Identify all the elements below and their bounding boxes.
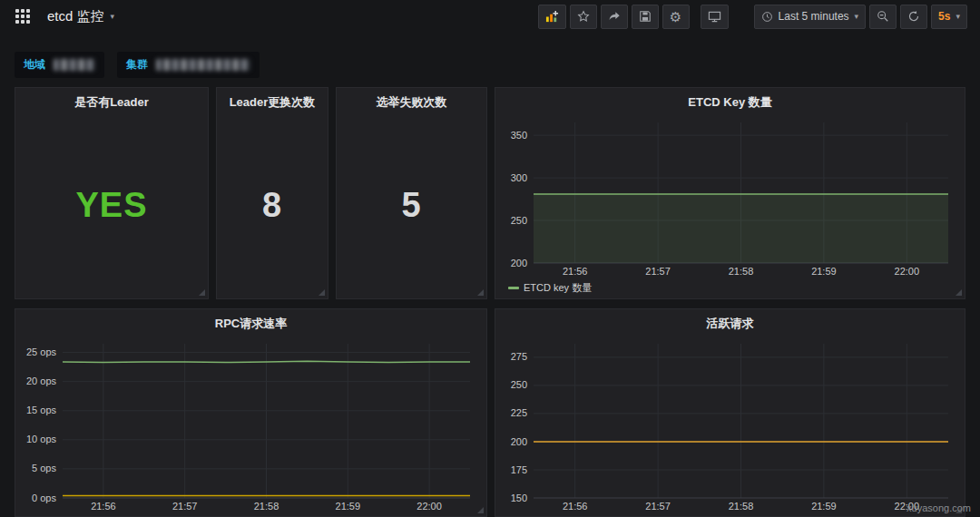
svg-text:250: 250 xyxy=(511,379,527,390)
panel-active-requests: 活跃请求 21:5621:5721:5821:5922:001501752002… xyxy=(495,308,965,517)
zoom-out-icon xyxy=(877,10,889,23)
save-icon xyxy=(639,10,652,23)
time-range-picker[interactable]: Last 5 minutes ▾ xyxy=(754,5,867,29)
share-icon xyxy=(608,10,621,23)
svg-text:20 ops: 20 ops xyxy=(26,376,57,386)
legend-label: ETCD key 数量 xyxy=(524,281,592,295)
svg-text:21:56: 21:56 xyxy=(91,501,116,512)
cycle-view-button[interactable] xyxy=(701,5,729,29)
svg-text:21:58: 21:58 xyxy=(729,266,754,277)
svg-text:15 ops: 15 ops xyxy=(26,405,57,415)
stat-value-leader: YES xyxy=(15,112,208,298)
chart-area: 21:5621:5721:5821:5922:00200250300350 ET… xyxy=(495,112,965,298)
template-variables: 地域 集群 xyxy=(15,52,260,78)
active-requests-chart[interactable]: 21:5621:5721:5821:5922:00150175200225250… xyxy=(499,337,959,514)
variable-cluster-value-redacted[interactable] xyxy=(156,59,250,71)
chart-area: 21:5621:5721:5821:5922:000 ops5 ops10 op… xyxy=(15,334,486,516)
caret-down-icon: ▾ xyxy=(956,13,960,21)
refresh-interval-label: 5s xyxy=(938,10,950,23)
refresh-icon xyxy=(907,10,920,23)
time-range-label: Last 5 minutes xyxy=(779,10,849,23)
panel-title[interactable]: 是否有Leader xyxy=(15,88,208,112)
legend-entry[interactable]: ETCD key 数量 xyxy=(508,281,592,295)
svg-text:25 ops: 25 ops xyxy=(26,346,57,357)
panel-etcd-key-count: ETCD Key 数量 21:5621:5721:5821:5922:00200… xyxy=(495,87,965,299)
zoom-out-button[interactable] xyxy=(869,5,897,29)
clock-icon xyxy=(761,11,773,23)
svg-text:22:00: 22:00 xyxy=(895,266,920,277)
rpc-rate-chart[interactable]: 21:5621:5721:5821:5922:000 ops5 ops10 op… xyxy=(19,337,481,514)
variable-cluster-label: 集群 xyxy=(126,57,148,73)
svg-text:175: 175 xyxy=(511,464,527,475)
svg-text:350: 350 xyxy=(511,130,527,141)
svg-text:300: 300 xyxy=(511,172,527,183)
svg-text:21:57: 21:57 xyxy=(172,501,198,512)
panel-election-failures: 选举失败次数 5 xyxy=(336,87,487,299)
svg-text:275: 275 xyxy=(511,351,527,362)
svg-text:200: 200 xyxy=(511,258,527,268)
svg-text:21:59: 21:59 xyxy=(336,501,361,512)
dashboard-title-text: etcd 监控 xyxy=(47,8,104,25)
svg-text:22:00: 22:00 xyxy=(416,501,442,512)
variable-region-value-redacted[interactable] xyxy=(54,59,95,71)
panel-leader-changes: Leader更换次数 8 xyxy=(216,87,328,299)
add-panel-icon xyxy=(545,10,559,24)
svg-text:21:59: 21:59 xyxy=(811,266,837,277)
svg-text:225: 225 xyxy=(511,407,527,418)
svg-text:21:58: 21:58 xyxy=(254,501,279,512)
panel-title[interactable]: 选举失败次数 xyxy=(337,88,486,112)
panel-title[interactable]: RPC请求速率 xyxy=(15,309,486,334)
stat-value-leader-changes: 8 xyxy=(217,112,328,298)
panel-title[interactable]: Leader更换次数 xyxy=(217,88,328,112)
watermark: xuyasong.com xyxy=(906,502,971,513)
etcd-key-count-chart[interactable]: 21:5621:5721:5821:5922:00200250300350 xyxy=(499,115,959,279)
svg-text:21:56: 21:56 xyxy=(563,501,588,512)
save-button[interactable] xyxy=(632,5,659,29)
panel-rpc-rate: RPC请求速率 21:5621:5721:5821:5922:000 ops5 … xyxy=(15,308,487,517)
share-button[interactable] xyxy=(601,5,628,29)
refresh-button[interactable] xyxy=(900,5,927,29)
svg-text:21:57: 21:57 xyxy=(645,501,671,512)
svg-text:250: 250 xyxy=(511,215,527,226)
grafana-menu-button[interactable] xyxy=(11,5,34,28)
add-panel-button[interactable] xyxy=(538,5,566,29)
grid-menu-icon xyxy=(15,9,30,24)
panel-leader-status: 是否有Leader YES xyxy=(15,87,209,299)
settings-button[interactable]: ⚙ xyxy=(662,5,690,29)
svg-text:200: 200 xyxy=(511,436,527,447)
svg-text:21:56: 21:56 xyxy=(563,266,588,277)
chart-legend: ETCD key 数量 xyxy=(499,279,959,297)
stat-value-election-failures: 5 xyxy=(337,112,486,298)
monitor-icon xyxy=(708,10,721,24)
star-button[interactable] xyxy=(570,5,597,29)
svg-text:0 ops: 0 ops xyxy=(32,493,56,503)
dashboard-title[interactable]: etcd 监控 ▾ xyxy=(47,8,114,25)
chart-area: 21:5621:5721:5821:5922:00150175200225250… xyxy=(495,334,965,516)
variable-cluster[interactable]: 集群 xyxy=(117,52,260,78)
panel-title[interactable]: 活跃请求 xyxy=(495,309,965,334)
topbar: etcd 监控 ▾ xyxy=(0,0,980,33)
variable-region-label: 地域 xyxy=(24,57,45,73)
caret-down-icon: ▾ xyxy=(111,13,115,21)
svg-text:10 ops: 10 ops xyxy=(26,434,57,444)
variable-region[interactable]: 地域 xyxy=(15,52,104,78)
gear-icon: ⚙ xyxy=(670,10,681,24)
caret-down-icon: ▾ xyxy=(855,13,859,21)
svg-text:150: 150 xyxy=(511,493,527,503)
svg-text:5 ops: 5 ops xyxy=(32,463,56,473)
svg-text:21:59: 21:59 xyxy=(811,501,837,512)
refresh-interval-picker[interactable]: 5s ▾ xyxy=(931,5,967,29)
svg-text:21:58: 21:58 xyxy=(729,501,754,512)
svg-text:21:57: 21:57 xyxy=(645,266,671,277)
star-icon xyxy=(577,10,590,23)
panel-title[interactable]: ETCD Key 数量 xyxy=(495,88,965,112)
legend-swatch-icon xyxy=(508,287,519,289)
